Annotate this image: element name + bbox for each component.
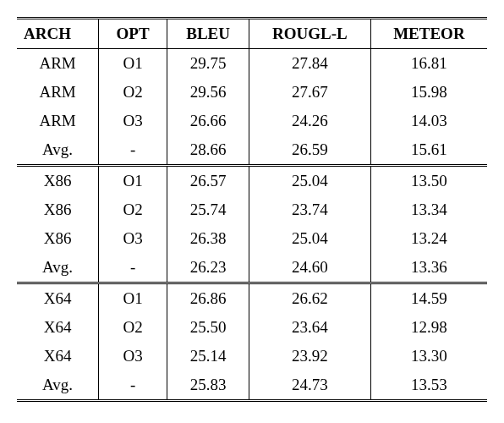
cell-rougl: 23.64 xyxy=(249,313,371,342)
cell-opt: O3 xyxy=(99,224,167,253)
col-bleu: BLEU xyxy=(167,19,249,49)
cell-meteor: 16.81 xyxy=(370,49,487,79)
cell-opt: - xyxy=(99,135,167,166)
cell-meteor: 13.24 xyxy=(370,224,487,253)
cell-opt: - xyxy=(99,371,167,401)
cell-rougl: 24.26 xyxy=(249,107,371,135)
cell-arch: ARM xyxy=(17,49,99,79)
cell-meteor: 13.50 xyxy=(370,166,487,196)
cell-rougl: 23.92 xyxy=(249,342,371,371)
cell-meteor: 13.30 xyxy=(370,342,487,371)
table-row: X86 O2 25.74 23.74 13.34 xyxy=(17,195,487,224)
cell-bleu: 25.14 xyxy=(167,342,249,371)
results-table: ARCH OPT BLEU ROUGL-L METEOR ARM O1 29.7… xyxy=(17,17,487,402)
table-row: X64 O3 25.14 23.92 13.30 xyxy=(17,342,487,371)
cell-rougl: 24.73 xyxy=(249,371,371,401)
cell-meteor: 15.98 xyxy=(370,78,487,107)
cell-opt: O1 xyxy=(99,166,167,196)
cell-bleu: 28.66 xyxy=(167,135,249,166)
cell-bleu: 26.23 xyxy=(167,253,249,283)
cell-rougl: 26.59 xyxy=(249,135,371,166)
cell-meteor: 14.03 xyxy=(370,107,487,135)
cell-bleu: 25.50 xyxy=(167,313,249,342)
cell-bleu: 26.38 xyxy=(167,224,249,253)
cell-bleu: 26.57 xyxy=(167,166,249,196)
cell-opt: O1 xyxy=(99,283,167,314)
table-row: ARM O1 29.75 27.84 16.81 xyxy=(17,49,487,79)
cell-rougl: 26.62 xyxy=(249,283,371,314)
cell-meteor: 13.34 xyxy=(370,195,487,224)
cell-arch: X86 xyxy=(17,166,99,196)
cell-opt: O3 xyxy=(99,107,167,135)
cell-arch: ARM xyxy=(17,107,99,135)
cell-meteor: 14.59 xyxy=(370,283,487,314)
cell-rougl: 27.84 xyxy=(249,49,371,79)
table-row: Avg. - 25.83 24.73 13.53 xyxy=(17,371,487,401)
table-row: X64 O1 26.86 26.62 14.59 xyxy=(17,283,487,314)
cell-rougl: 27.67 xyxy=(249,78,371,107)
cell-meteor: 15.61 xyxy=(370,135,487,166)
cell-bleu: 25.74 xyxy=(167,195,249,224)
cell-opt: O2 xyxy=(99,195,167,224)
header-row: ARCH OPT BLEU ROUGL-L METEOR xyxy=(17,19,487,49)
cell-bleu: 26.86 xyxy=(167,283,249,314)
cell-meteor: 13.36 xyxy=(370,253,487,283)
cell-rougl: 25.04 xyxy=(249,224,371,253)
cell-arch: Avg. xyxy=(17,253,99,283)
table-row: Avg. - 28.66 26.59 15.61 xyxy=(17,135,487,166)
cell-arch: X64 xyxy=(17,283,99,314)
cell-arch: Avg. xyxy=(17,371,99,401)
cell-arch: X64 xyxy=(17,342,99,371)
table-row: X86 O3 26.38 25.04 13.24 xyxy=(17,224,487,253)
cell-arch: Avg. xyxy=(17,135,99,166)
col-meteor: METEOR xyxy=(370,19,487,49)
cell-rougl: 25.04 xyxy=(249,166,371,196)
table-row: Avg. - 26.23 24.60 13.36 xyxy=(17,253,487,283)
cell-bleu: 26.66 xyxy=(167,107,249,135)
cell-opt: O1 xyxy=(99,49,167,79)
cell-opt: - xyxy=(99,253,167,283)
cell-arch: X86 xyxy=(17,224,99,253)
table-row: ARM O2 29.56 27.67 15.98 xyxy=(17,78,487,107)
table-row: ARM O3 26.66 24.26 14.03 xyxy=(17,107,487,135)
cell-rougl: 23.74 xyxy=(249,195,371,224)
cell-opt: O2 xyxy=(99,78,167,107)
cell-arch: X86 xyxy=(17,195,99,224)
cell-bleu: 29.75 xyxy=(167,49,249,79)
cell-bleu: 29.56 xyxy=(167,78,249,107)
col-opt: OPT xyxy=(99,19,167,49)
cell-bleu: 25.83 xyxy=(167,371,249,401)
cell-opt: O2 xyxy=(99,313,167,342)
cell-meteor: 13.53 xyxy=(370,371,487,401)
cell-rougl: 24.60 xyxy=(249,253,371,283)
cell-arch: X64 xyxy=(17,313,99,342)
cell-meteor: 12.98 xyxy=(370,313,487,342)
table-row: X64 O2 25.50 23.64 12.98 xyxy=(17,313,487,342)
cell-opt: O3 xyxy=(99,342,167,371)
table-body: ARM O1 29.75 27.84 16.81 ARM O2 29.56 27… xyxy=(17,49,487,401)
col-rougl: ROUGL-L xyxy=(249,19,371,49)
table-row: X86 O1 26.57 25.04 13.50 xyxy=(17,166,487,196)
cell-arch: ARM xyxy=(17,78,99,107)
col-arch: ARCH xyxy=(17,19,99,49)
